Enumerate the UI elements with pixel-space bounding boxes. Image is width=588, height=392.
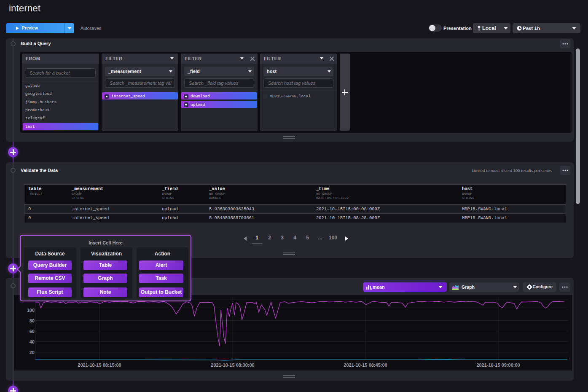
svg-text:2021-10-15 09:00:00: 2021-10-15 09:00:00	[476, 362, 520, 368]
svg-text:2021-10-15 08:30:00: 2021-10-15 08:30:00	[211, 362, 254, 368]
svg-text:40: 40	[30, 339, 35, 344]
svg-text:2021-10-15 08:45:00: 2021-10-15 08:45:00	[344, 362, 387, 368]
svg-text:60: 60	[30, 329, 35, 334]
svg-text:100: 100	[27, 308, 35, 313]
svg-text:80: 80	[30, 318, 35, 323]
svg-text:20: 20	[30, 350, 35, 355]
svg-text:2021-10-15 08:15:00: 2021-10-15 08:15:00	[78, 362, 121, 368]
